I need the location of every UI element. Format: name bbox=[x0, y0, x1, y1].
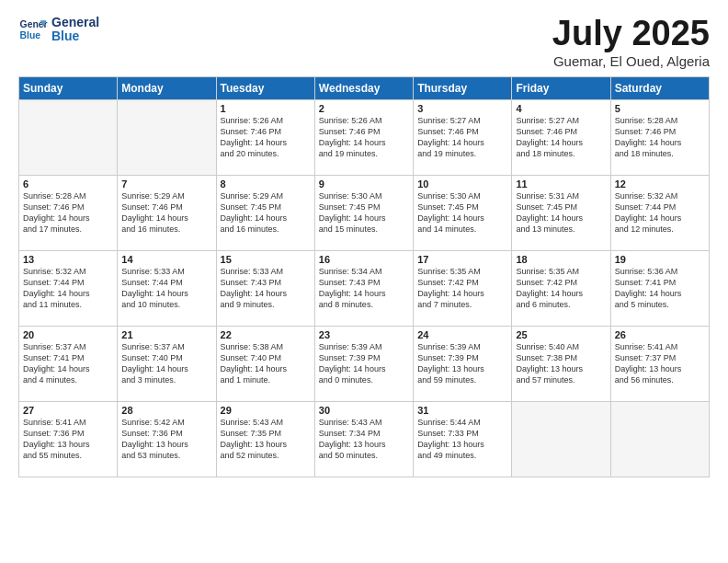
header: General Blue General Blue July 2025 Guem… bbox=[18, 15, 710, 69]
day-info: Sunrise: 5:29 AMSunset: 7:45 PMDaylight:… bbox=[221, 190, 311, 236]
day-number: 14 bbox=[121, 254, 211, 265]
calendar: SundayMondayTuesdayWednesdayThursdayFrid… bbox=[18, 76, 710, 477]
day-info: Sunrise: 5:26 AMSunset: 7:46 PMDaylight:… bbox=[319, 115, 409, 160]
svg-text:Blue: Blue bbox=[20, 30, 41, 40]
day-info: Sunrise: 5:32 AMSunset: 7:44 PMDaylight:… bbox=[23, 266, 113, 311]
calendar-cell: 2Sunrise: 5:26 AMSunset: 7:46 PMDaylight… bbox=[314, 99, 413, 175]
day-info: Sunrise: 5:27 AMSunset: 7:46 PMDaylight:… bbox=[516, 115, 606, 160]
weekday-header: Friday bbox=[512, 76, 610, 99]
calendar-cell bbox=[610, 401, 709, 477]
day-info: Sunrise: 5:30 AMSunset: 7:45 PMDaylight:… bbox=[319, 190, 409, 236]
page: General Blue General Blue July 2025 Guem… bbox=[0, 0, 728, 563]
day-number: 24 bbox=[417, 329, 507, 340]
day-number: 27 bbox=[23, 405, 113, 416]
calendar-cell: 22Sunrise: 5:38 AMSunset: 7:40 PMDayligh… bbox=[216, 326, 314, 401]
day-number: 20 bbox=[23, 329, 113, 340]
calendar-cell: 6Sunrise: 5:28 AMSunset: 7:46 PMDaylight… bbox=[19, 175, 118, 250]
day-number: 11 bbox=[516, 178, 606, 190]
calendar-cell: 21Sunrise: 5:37 AMSunset: 7:40 PMDayligh… bbox=[118, 326, 216, 401]
calendar-cell: 17Sunrise: 5:35 AMSunset: 7:42 PMDayligh… bbox=[414, 250, 512, 326]
day-number: 10 bbox=[417, 178, 507, 190]
calendar-cell: 13Sunrise: 5:32 AMSunset: 7:44 PMDayligh… bbox=[19, 250, 118, 326]
calendar-week-row: 27Sunrise: 5:41 AMSunset: 7:36 PMDayligh… bbox=[19, 401, 710, 477]
day-number: 1 bbox=[221, 103, 311, 114]
calendar-cell: 16Sunrise: 5:34 AMSunset: 7:43 PMDayligh… bbox=[314, 250, 413, 326]
day-number: 17 bbox=[417, 254, 507, 265]
day-number: 30 bbox=[319, 405, 409, 416]
calendar-cell: 12Sunrise: 5:32 AMSunset: 7:44 PMDayligh… bbox=[610, 175, 709, 250]
calendar-cell: 10Sunrise: 5:30 AMSunset: 7:45 PMDayligh… bbox=[414, 175, 512, 250]
calendar-cell: 14Sunrise: 5:33 AMSunset: 7:44 PMDayligh… bbox=[118, 250, 216, 326]
calendar-cell: 20Sunrise: 5:37 AMSunset: 7:41 PMDayligh… bbox=[19, 326, 118, 401]
calendar-week-row: 20Sunrise: 5:37 AMSunset: 7:41 PMDayligh… bbox=[19, 326, 710, 401]
day-number: 12 bbox=[615, 178, 705, 190]
day-info: Sunrise: 5:37 AMSunset: 7:41 PMDaylight:… bbox=[23, 341, 113, 386]
calendar-cell: 18Sunrise: 5:35 AMSunset: 7:42 PMDayligh… bbox=[512, 250, 610, 326]
day-info: Sunrise: 5:37 AMSunset: 7:40 PMDaylight:… bbox=[121, 341, 211, 386]
day-number: 21 bbox=[121, 329, 211, 340]
day-info: Sunrise: 5:31 AMSunset: 7:45 PMDaylight:… bbox=[516, 190, 606, 236]
title-block: July 2025 Guemar, El Oued, Algeria bbox=[552, 15, 710, 69]
day-number: 26 bbox=[615, 329, 705, 340]
day-number: 22 bbox=[221, 329, 311, 340]
calendar-week-row: 1Sunrise: 5:26 AMSunset: 7:46 PMDaylight… bbox=[19, 99, 710, 175]
month-title: July 2025 bbox=[552, 15, 710, 53]
day-info: Sunrise: 5:33 AMSunset: 7:43 PMDaylight:… bbox=[221, 266, 311, 311]
day-number: 18 bbox=[516, 254, 606, 265]
day-number: 4 bbox=[516, 103, 606, 114]
day-info: Sunrise: 5:36 AMSunset: 7:41 PMDaylight:… bbox=[615, 266, 705, 311]
day-info: Sunrise: 5:43 AMSunset: 7:35 PMDaylight:… bbox=[221, 417, 311, 462]
calendar-cell bbox=[118, 99, 216, 175]
calendar-cell: 24Sunrise: 5:39 AMSunset: 7:39 PMDayligh… bbox=[414, 326, 512, 401]
calendar-cell bbox=[19, 99, 118, 175]
calendar-cell: 3Sunrise: 5:27 AMSunset: 7:46 PMDaylight… bbox=[414, 99, 512, 175]
calendar-cell: 19Sunrise: 5:36 AMSunset: 7:41 PMDayligh… bbox=[610, 250, 709, 326]
calendar-cell: 5Sunrise: 5:28 AMSunset: 7:46 PMDaylight… bbox=[610, 99, 709, 175]
day-number: 25 bbox=[516, 329, 606, 340]
calendar-cell: 8Sunrise: 5:29 AMSunset: 7:45 PMDaylight… bbox=[216, 175, 314, 250]
weekday-header: Thursday bbox=[414, 76, 512, 99]
day-number: 29 bbox=[221, 405, 311, 416]
calendar-cell: 4Sunrise: 5:27 AMSunset: 7:46 PMDaylight… bbox=[512, 99, 610, 175]
day-number: 31 bbox=[417, 405, 507, 416]
day-number: 9 bbox=[319, 178, 409, 190]
day-info: Sunrise: 5:30 AMSunset: 7:45 PMDaylight:… bbox=[417, 190, 507, 236]
day-number: 19 bbox=[615, 254, 705, 265]
calendar-cell: 1Sunrise: 5:26 AMSunset: 7:46 PMDaylight… bbox=[216, 99, 314, 175]
day-info: Sunrise: 5:44 AMSunset: 7:33 PMDaylight:… bbox=[417, 417, 507, 462]
day-info: Sunrise: 5:33 AMSunset: 7:44 PMDaylight:… bbox=[121, 266, 211, 311]
calendar-cell: 30Sunrise: 5:43 AMSunset: 7:34 PMDayligh… bbox=[314, 401, 413, 477]
day-info: Sunrise: 5:39 AMSunset: 7:39 PMDaylight:… bbox=[417, 341, 507, 386]
day-number: 13 bbox=[23, 254, 113, 265]
weekday-header: Tuesday bbox=[216, 76, 314, 99]
day-number: 28 bbox=[121, 405, 211, 416]
calendar-cell: 11Sunrise: 5:31 AMSunset: 7:45 PMDayligh… bbox=[512, 175, 610, 250]
calendar-cell: 31Sunrise: 5:44 AMSunset: 7:33 PMDayligh… bbox=[414, 401, 512, 477]
day-number: 6 bbox=[23, 178, 113, 190]
weekday-header-row: SundayMondayTuesdayWednesdayThursdayFrid… bbox=[19, 76, 710, 99]
calendar-cell: 7Sunrise: 5:29 AMSunset: 7:46 PMDaylight… bbox=[118, 175, 216, 250]
logo-icon: General Blue bbox=[18, 15, 48, 44]
weekday-header: Sunday bbox=[19, 76, 118, 99]
day-number: 16 bbox=[319, 254, 409, 265]
day-info: Sunrise: 5:40 AMSunset: 7:38 PMDaylight:… bbox=[516, 341, 606, 386]
day-info: Sunrise: 5:28 AMSunset: 7:46 PMDaylight:… bbox=[23, 190, 113, 236]
calendar-cell: 27Sunrise: 5:41 AMSunset: 7:36 PMDayligh… bbox=[19, 401, 118, 477]
calendar-week-row: 6Sunrise: 5:28 AMSunset: 7:46 PMDaylight… bbox=[19, 175, 710, 250]
day-info: Sunrise: 5:38 AMSunset: 7:40 PMDaylight:… bbox=[221, 341, 311, 386]
day-number: 2 bbox=[319, 103, 409, 114]
day-info: Sunrise: 5:43 AMSunset: 7:34 PMDaylight:… bbox=[319, 417, 409, 462]
calendar-cell: 26Sunrise: 5:41 AMSunset: 7:37 PMDayligh… bbox=[610, 326, 709, 401]
day-number: 15 bbox=[221, 254, 311, 265]
calendar-cell: 25Sunrise: 5:40 AMSunset: 7:38 PMDayligh… bbox=[512, 326, 610, 401]
weekday-header: Monday bbox=[118, 76, 216, 99]
day-info: Sunrise: 5:34 AMSunset: 7:43 PMDaylight:… bbox=[319, 266, 409, 311]
calendar-cell bbox=[512, 401, 610, 477]
day-info: Sunrise: 5:28 AMSunset: 7:46 PMDaylight:… bbox=[615, 115, 705, 160]
day-info: Sunrise: 5:35 AMSunset: 7:42 PMDaylight:… bbox=[417, 266, 507, 311]
day-number: 3 bbox=[417, 103, 507, 114]
day-info: Sunrise: 5:42 AMSunset: 7:36 PMDaylight:… bbox=[121, 417, 211, 462]
calendar-cell: 29Sunrise: 5:43 AMSunset: 7:35 PMDayligh… bbox=[216, 401, 314, 477]
calendar-cell: 28Sunrise: 5:42 AMSunset: 7:36 PMDayligh… bbox=[118, 401, 216, 477]
calendar-cell: 9Sunrise: 5:30 AMSunset: 7:45 PMDaylight… bbox=[314, 175, 413, 250]
